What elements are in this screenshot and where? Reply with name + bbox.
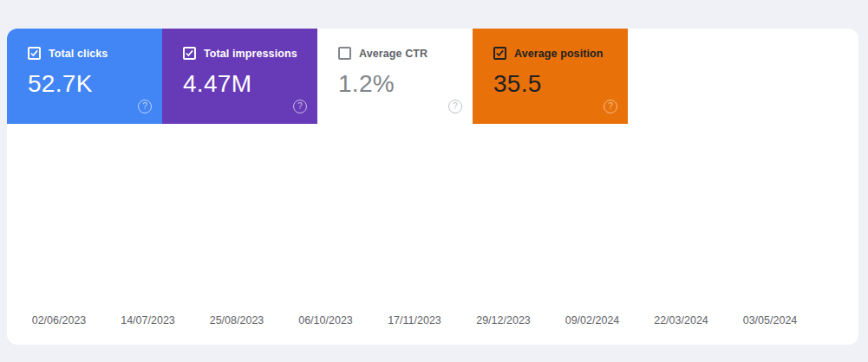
card-label: Total clicks — [49, 48, 108, 60]
performance-chart[interactable]: 02/06/202314/07/202325/08/202306/10/2023… — [7, 124, 858, 345]
card-label: Average CTR — [359, 48, 427, 60]
help-icon[interactable]: ? — [448, 100, 462, 113]
card-header: Average CTR — [338, 47, 473, 60]
checkbox-average-position-icon[interactable] — [493, 47, 506, 60]
card-header: Total impressions — [183, 47, 317, 60]
metric-cards-row: Total clicks 52.7K ? Total impressions 4… — [7, 29, 858, 124]
performance-panel: Total clicks 52.7K ? Total impressions 4… — [7, 29, 858, 345]
card-value: 4.47M — [183, 70, 317, 98]
card-header: Average position — [493, 47, 628, 60]
x-axis-tick-label: 17/11/2023 — [388, 314, 441, 326]
card-total-impressions[interactable]: Total impressions 4.47M ? — [162, 29, 317, 124]
help-icon[interactable]: ? — [293, 100, 307, 113]
x-axis-tick-label: 03/05/2024 — [743, 314, 798, 326]
checkbox-total-impressions-icon[interactable] — [183, 47, 196, 60]
x-axis-tick-label: 09/02/2024 — [565, 314, 620, 326]
card-label: Average position — [514, 48, 604, 60]
help-icon[interactable]: ? — [604, 100, 617, 113]
x-axis-tick-label: 14/07/2023 — [121, 314, 175, 326]
checkbox-total-clicks-icon[interactable] — [28, 47, 41, 60]
card-value: 1.2% — [338, 70, 473, 98]
x-axis-tick-label: 25/08/2023 — [210, 314, 264, 326]
x-axis-tick-label: 29/12/2023 — [476, 314, 531, 326]
x-axis-tick-label: 06/10/2023 — [298, 314, 353, 326]
card-total-clicks[interactable]: Total clicks 52.7K ? — [7, 29, 162, 124]
checkbox-average-ctr-icon[interactable] — [338, 47, 351, 60]
help-icon[interactable]: ? — [138, 100, 152, 113]
card-average-ctr[interactable]: Average CTR 1.2% ? — [317, 29, 473, 124]
card-header: Total clicks — [28, 47, 162, 60]
card-value: 52.7K — [28, 70, 162, 98]
card-average-position[interactable]: Average position 35.5 ? — [473, 29, 628, 124]
card-label: Total impressions — [204, 48, 297, 60]
card-value: 35.5 — [493, 70, 628, 98]
x-axis-tick-label: 02/06/2023 — [32, 314, 87, 326]
x-axis-tick-label: 22/03/2024 — [654, 314, 708, 326]
